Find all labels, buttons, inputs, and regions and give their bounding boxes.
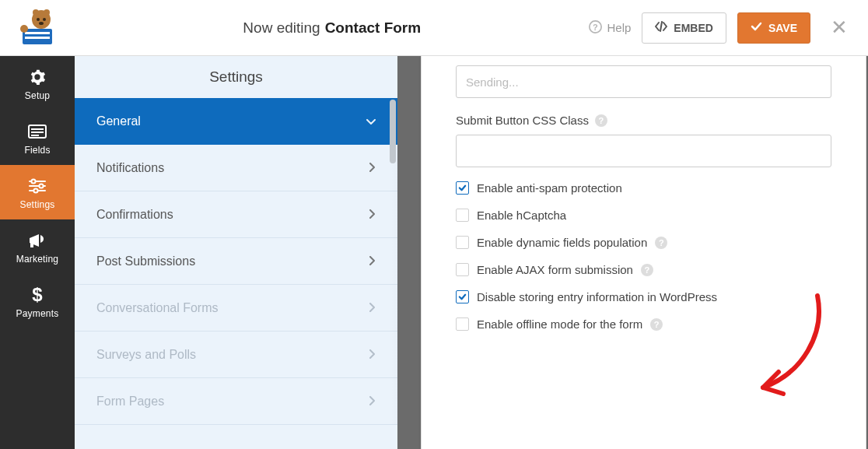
chevron-right-icon: [369, 208, 376, 222]
sliders-icon: [3, 176, 72, 196]
help-icon[interactable]: ?: [641, 264, 653, 276]
svg-point-6: [37, 18, 40, 21]
nav-strip: Setup Fields Settings Marketing $ Paymen…: [0, 56, 75, 449]
settings-item-label: Surveys and Polls: [96, 348, 196, 362]
checkbox-label: Disable storing entry information in Wor…: [477, 290, 717, 303]
checkbox[interactable]: [456, 317, 469, 331]
nav-label: Settings: [3, 199, 72, 210]
nav-item-setup[interactable]: Setup: [0, 56, 75, 110]
checkbox-row-offline[interactable]: Enable offline mode for the form ?: [456, 317, 831, 331]
settings-item-label: Form Pages: [96, 395, 164, 409]
scrollbar-thumb[interactable]: [390, 100, 396, 163]
settings-item-confirmations[interactable]: Confirmations: [75, 191, 397, 238]
help-icon[interactable]: ?: [595, 114, 607, 127]
embed-button[interactable]: EMBED: [642, 12, 726, 44]
editing-prefix: Now editing: [243, 19, 320, 37]
scrollbar[interactable]: [388, 56, 397, 449]
settings-list: General Notifications Confirmations Post…: [75, 98, 397, 425]
bullhorn-icon: [3, 230, 72, 251]
svg-point-7: [43, 18, 46, 21]
dollar-icon: $: [3, 285, 72, 305]
topbar-actions: ? Help EMBED SAVE ✕: [589, 12, 868, 44]
settings-panel: Settings General Notifications Confirmat…: [75, 56, 397, 449]
svg-rect-1: [25, 32, 50, 34]
svg-point-18: [33, 188, 37, 192]
svg-point-4: [33, 9, 39, 16]
nav-item-payments[interactable]: $ Payments: [0, 274, 75, 328]
svg-rect-2: [25, 37, 50, 39]
settings-item-label: Notifications: [96, 161, 164, 175]
help-icon[interactable]: ?: [655, 237, 667, 249]
checkbox-label: Enable hCaptcha: [477, 209, 566, 222]
annotation-arrow: [747, 288, 833, 405]
nav-label: Fields: [3, 145, 72, 156]
settings-item-general[interactable]: General: [75, 98, 397, 145]
chevron-right-icon: [369, 161, 376, 175]
help-icon: ?: [589, 20, 602, 36]
chevron-down-icon: [366, 114, 376, 128]
settings-item-conversational-forms[interactable]: Conversational Forms: [75, 285, 397, 331]
settings-item-post-submissions[interactable]: Post Submissions: [75, 238, 397, 285]
css-class-label: Submit Button CSS Class ?: [456, 114, 831, 127]
svg-text:$: $: [32, 286, 43, 304]
save-label: SAVE: [768, 22, 797, 34]
app-logo: [0, 0, 75, 56]
checkbox[interactable]: [456, 209, 469, 222]
nav-item-marketing[interactable]: Marketing: [0, 219, 75, 274]
svg-rect-13: [31, 128, 44, 130]
svg-point-8: [39, 22, 44, 25]
svg-point-9: [20, 25, 28, 33]
svg-rect-19: [30, 243, 33, 247]
sending-input[interactable]: Sending...: [456, 65, 831, 98]
checkbox[interactable]: [456, 181, 469, 195]
nav-label: Setup: [3, 90, 72, 101]
close-button[interactable]: ✕: [821, 16, 851, 40]
help-link[interactable]: ? Help: [589, 20, 631, 36]
save-button[interactable]: SAVE: [737, 12, 810, 44]
checkbox-row-dynamic-fields[interactable]: Enable dynamic fields population ?: [456, 236, 831, 249]
nav-item-fields[interactable]: Fields: [0, 110, 75, 165]
help-icon[interactable]: ?: [650, 318, 663, 331]
checkbox-row-hcaptcha[interactable]: Enable hCaptcha: [456, 209, 831, 222]
chevron-right-icon: [369, 301, 376, 315]
checkbox-label: Enable anti-spam protection: [477, 181, 622, 195]
settings-item-surveys-polls[interactable]: Surveys and Polls: [75, 331, 397, 378]
editing-label: Now editing Contact Form: [75, 19, 589, 37]
check-icon: [751, 21, 762, 34]
settings-item-label: Post Submissions: [96, 254, 195, 268]
nav-item-settings[interactable]: Settings: [0, 165, 75, 219]
svg-text:?: ?: [593, 22, 599, 31]
css-class-input[interactable]: [456, 135, 831, 167]
form-name: Contact Form: [325, 19, 422, 37]
svg-rect-14: [31, 132, 44, 133]
main: Setup Fields Settings Marketing $ Paymen…: [0, 56, 868, 449]
settings-item-label: General: [96, 114, 141, 128]
css-class-label-text: Submit Button CSS Class: [456, 114, 589, 127]
svg-point-17: [39, 184, 43, 188]
checkbox[interactable]: [456, 263, 469, 276]
nav-label: Marketing: [3, 254, 72, 265]
svg-point-5: [44, 9, 50, 16]
settings-item-label: Conversational Forms: [96, 301, 219, 315]
settings-title: Settings: [75, 56, 397, 98]
svg-rect-15: [31, 135, 39, 136]
settings-item-form-pages[interactable]: Form Pages: [75, 378, 397, 425]
checkbox-row-ajax[interactable]: Enable AJAX form submission ?: [456, 263, 831, 276]
checkbox-label: Enable AJAX form submission: [477, 263, 633, 276]
chevron-right-icon: [369, 395, 376, 409]
checkbox-row-disable-storing[interactable]: Disable storing entry information in Wor…: [456, 290, 831, 303]
checkbox[interactable]: [456, 290, 469, 303]
preview-panel: Sending... Submit Button CSS Class ? Ena…: [397, 56, 868, 449]
checkbox[interactable]: [456, 236, 469, 249]
checkbox-row-antispam[interactable]: Enable anti-spam protection: [456, 181, 831, 195]
settings-item-label: Confirmations: [96, 208, 173, 222]
nav-label: Payments: [3, 308, 72, 319]
sending-placeholder: Sending...: [466, 75, 519, 89]
settings-item-notifications[interactable]: Notifications: [75, 145, 397, 191]
topbar: Now editing Contact Form ? Help EMBED SA…: [0, 0, 868, 56]
checkbox-label: Enable dynamic fields population: [477, 236, 647, 249]
checkbox-label: Enable offline mode for the form: [477, 317, 642, 331]
chevron-right-icon: [369, 254, 376, 268]
embed-label: EMBED: [674, 22, 713, 34]
code-icon: [655, 21, 667, 34]
